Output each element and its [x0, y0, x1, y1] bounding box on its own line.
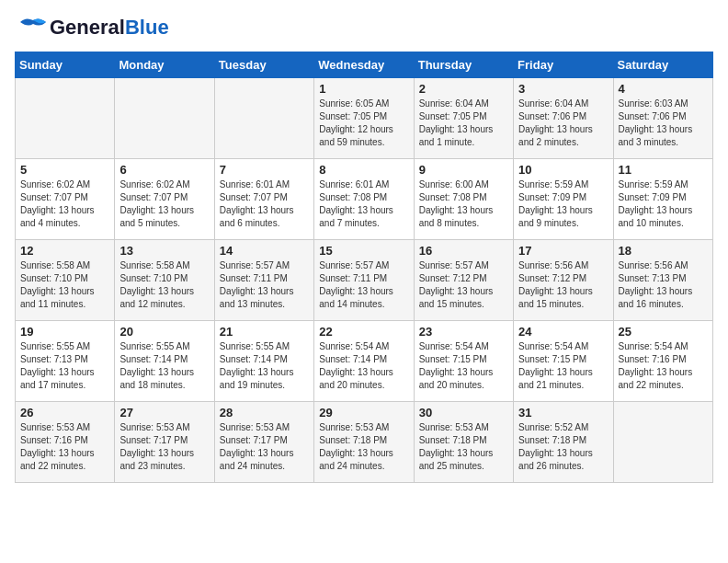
cell-info: Sunrise: 5:54 AMSunset: 7:16 PMDaylight:…: [619, 340, 708, 392]
calendar-cell: 22Sunrise: 5:54 AMSunset: 7:14 PMDayligh…: [314, 321, 414, 402]
cell-info-line: Sunrise: 6:01 AM: [220, 179, 290, 190]
cell-info-line: and 6 minutes.: [220, 218, 280, 228]
weekday-header-row: SundayMondayTuesdayWednesdayThursdayFrid…: [16, 52, 713, 78]
cell-info-line: Sunset: 7:08 PM: [419, 192, 487, 202]
cell-info-line: Sunrise: 5:55 AM: [119, 341, 189, 351]
cell-info-line: Sunset: 7:06 PM: [518, 111, 586, 121]
calendar-cell: 14Sunrise: 5:57 AMSunset: 7:11 PMDayligh…: [214, 240, 313, 321]
cell-info-line: Sunset: 7:07 PM: [119, 192, 188, 202]
cell-info-line: Sunset: 7:06 PM: [619, 111, 687, 121]
cell-info: Sunrise: 5:53 AMSunset: 7:16 PMDaylight:…: [20, 421, 109, 473]
cell-info-line: Daylight: 13 hours: [518, 124, 593, 134]
cell-info: Sunrise: 5:53 AMSunset: 7:17 PMDaylight:…: [220, 421, 309, 473]
cell-info-line: Daylight: 13 hours: [20, 448, 95, 458]
day-number: 24: [518, 325, 608, 339]
cell-info: Sunrise: 6:04 AMSunset: 7:06 PMDaylight:…: [518, 98, 608, 149]
calendar-cell: 6Sunrise: 6:02 AMSunset: 7:07 PMDaylight…: [115, 159, 214, 240]
cell-info: Sunrise: 5:55 AMSunset: 7:13 PMDaylight:…: [20, 340, 109, 392]
cell-info-line: and 21 minutes.: [518, 380, 584, 390]
cell-info-line: Sunset: 7:13 PM: [20, 354, 88, 364]
cell-info-line: Sunset: 7:15 PM: [419, 354, 487, 364]
cell-info-line: Sunset: 7:16 PM: [20, 435, 88, 445]
cell-info-line: and 19 minutes.: [220, 380, 285, 390]
day-number: 3: [518, 82, 608, 96]
cell-info-line: Daylight: 13 hours: [319, 205, 393, 215]
calendar-cell: 5Sunrise: 6:02 AMSunset: 7:07 PMDaylight…: [16, 159, 115, 240]
cell-info-line: and 1 minute.: [419, 137, 475, 147]
cell-info-line: Sunset: 7:14 PM: [119, 354, 188, 364]
calendar-cell: 26Sunrise: 5:53 AMSunset: 7:16 PMDayligh…: [16, 402, 115, 483]
cell-info-line: Sunrise: 5:53 AM: [119, 422, 189, 432]
cell-info-line: and 5 minutes.: [119, 218, 180, 228]
cell-info-line: Daylight: 13 hours: [419, 124, 494, 134]
calendar-cell: 21Sunrise: 5:55 AMSunset: 7:14 PMDayligh…: [214, 321, 313, 402]
day-number: 13: [119, 244, 209, 258]
cell-info: Sunrise: 5:56 AMSunset: 7:13 PMDaylight:…: [619, 259, 708, 311]
calendar-cell: 2Sunrise: 6:04 AMSunset: 7:05 PMDaylight…: [414, 78, 513, 159]
day-number: 31: [518, 406, 608, 419]
cell-info: Sunrise: 5:58 AMSunset: 7:10 PMDaylight:…: [20, 259, 109, 311]
day-number: 28: [220, 406, 309, 419]
cell-info-line: Sunrise: 5:59 AM: [518, 179, 588, 190]
week-row-1: 1Sunrise: 6:05 AMSunset: 7:05 PMDaylight…: [16, 78, 713, 159]
week-row-2: 5Sunrise: 6:02 AMSunset: 7:07 PMDaylight…: [16, 159, 713, 240]
cell-info-line: Daylight: 13 hours: [619, 124, 693, 134]
day-number: 20: [119, 325, 209, 339]
calendar-cell: 12Sunrise: 5:58 AMSunset: 7:10 PMDayligh…: [16, 240, 115, 321]
cell-info-line: Sunset: 7:12 PM: [419, 273, 487, 283]
cell-info-line: and 24 minutes.: [319, 461, 384, 471]
cell-info: Sunrise: 5:53 AMSunset: 7:18 PMDaylight:…: [319, 421, 408, 473]
calendar-cell: 3Sunrise: 6:04 AMSunset: 7:06 PMDaylight…: [514, 78, 613, 159]
cell-info-line: and 14 minutes.: [319, 299, 384, 309]
cell-info-line: Sunrise: 6:02 AM: [119, 179, 189, 190]
cell-info-line: Daylight: 13 hours: [220, 367, 294, 377]
cell-info-line: Sunrise: 5:56 AM: [619, 260, 688, 270]
cell-info-line: Sunrise: 5:53 AM: [20, 422, 90, 432]
cell-info-line: Daylight: 13 hours: [419, 367, 494, 377]
weekday-header-saturday: Saturday: [613, 52, 712, 78]
day-number: 23: [419, 325, 508, 339]
calendar-table: SundayMondayTuesdayWednesdayThursdayFrid…: [15, 52, 713, 483]
cell-info-line: Sunset: 7:13 PM: [619, 273, 687, 283]
cell-info-line: Daylight: 13 hours: [518, 367, 593, 377]
cell-info-line: Daylight: 13 hours: [619, 205, 693, 215]
cell-info-line: Sunrise: 5:55 AM: [220, 341, 290, 351]
cell-info-line: Sunrise: 5:55 AM: [20, 341, 90, 351]
cell-info: Sunrise: 6:02 AMSunset: 7:07 PMDaylight:…: [119, 178, 209, 230]
logo-general-text: General: [50, 16, 125, 39]
calendar-cell: 24Sunrise: 5:54 AMSunset: 7:15 PMDayligh…: [514, 321, 613, 402]
calendar-cell: 4Sunrise: 6:03 AMSunset: 7:06 PMDaylight…: [613, 78, 712, 159]
calendar-cell: [214, 78, 313, 159]
cell-info-line: Sunrise: 6:00 AM: [419, 179, 489, 190]
calendar-cell: 1Sunrise: 6:05 AMSunset: 7:05 PMDaylight…: [314, 78, 414, 159]
cell-info-line: Sunrise: 5:53 AM: [419, 422, 489, 432]
day-number: 2: [419, 82, 508, 96]
cell-info-line: Sunset: 7:09 PM: [619, 192, 687, 202]
weekday-header-sunday: Sunday: [16, 52, 115, 78]
cell-info-line: Daylight: 13 hours: [20, 205, 95, 215]
cell-info-line: Sunrise: 6:02 AM: [20, 179, 90, 190]
cell-info-line: and 18 minutes.: [119, 380, 185, 390]
cell-info-line: Sunrise: 6:04 AM: [419, 98, 489, 109]
day-number: 19: [20, 325, 109, 339]
cell-info-line: and 22 minutes.: [20, 461, 85, 471]
weekday-header-friday: Friday: [514, 52, 613, 78]
day-number: 5: [20, 163, 109, 177]
day-number: 4: [619, 82, 708, 96]
cell-info: Sunrise: 5:54 AMSunset: 7:15 PMDaylight:…: [518, 340, 608, 392]
calendar-cell: 27Sunrise: 5:53 AMSunset: 7:17 PMDayligh…: [115, 402, 214, 483]
cell-info: Sunrise: 6:01 AMSunset: 7:08 PMDaylight:…: [319, 178, 408, 230]
weekday-header-thursday: Thursday: [414, 52, 513, 78]
weekday-header-wednesday: Wednesday: [314, 52, 414, 78]
day-number: 1: [319, 82, 408, 96]
cell-info-line: and 26 minutes.: [518, 461, 584, 471]
day-number: 6: [119, 163, 209, 177]
logo: GeneralBlue: [15, 15, 169, 40]
cell-info-line: and 25 minutes.: [419, 461, 484, 471]
cell-info-line: Sunrise: 6:03 AM: [619, 98, 688, 109]
day-number: 18: [619, 244, 708, 258]
cell-info-line: Daylight: 13 hours: [619, 286, 693, 296]
cell-info-line: and 24 minutes.: [220, 461, 285, 471]
cell-info-line: Daylight: 13 hours: [319, 448, 393, 458]
cell-info-line: Sunrise: 5:59 AM: [619, 179, 688, 190]
